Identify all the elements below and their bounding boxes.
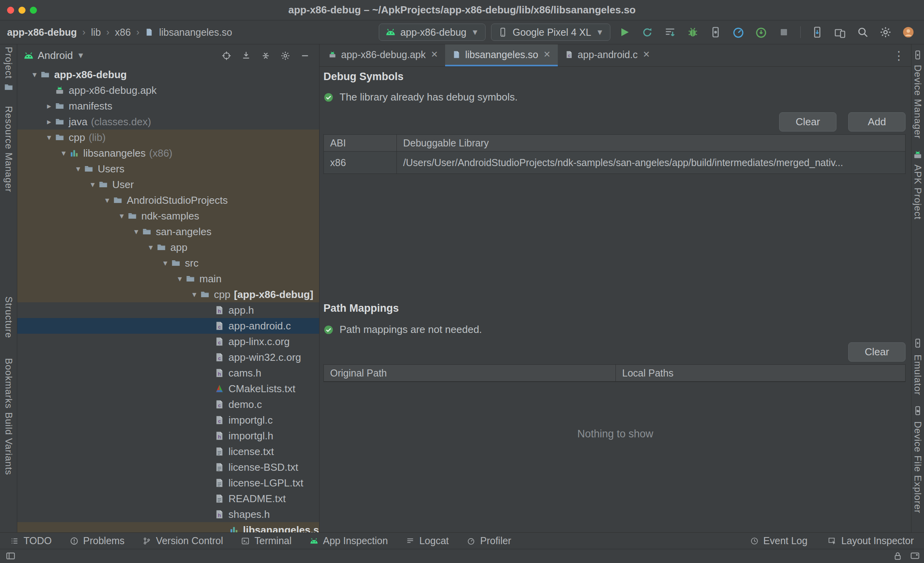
chevron-right-icon[interactable]: ▸ [44, 101, 55, 111]
project-tool-icon[interactable] [4, 82, 14, 92]
table-row[interactable]: x86 /Users/User/AndroidStudioProjects/nd… [324, 152, 905, 174]
toolwindow-button-terminal[interactable]: Terminal [241, 535, 291, 547]
hide-panel-button[interactable] [297, 48, 313, 64]
apk-icon[interactable] [913, 150, 923, 160]
tree-item-cams-h[interactable]: hcams.h [17, 365, 319, 381]
run-button[interactable] [616, 24, 633, 41]
toolwindow-button-layout-inspector[interactable]: Layout Inspector [828, 535, 914, 547]
sidebar-item-apk-project[interactable]: APK Project [912, 165, 923, 219]
tree-item-libsanangeles-so[interactable]: libsanangeles.so [17, 522, 319, 532]
avatar[interactable] [900, 24, 917, 41]
sidebar-item-build-variants[interactable]: Build Variants [3, 412, 14, 475]
tree-item-importgl-c[interactable]: cimportgl.c [17, 412, 319, 428]
tree-item-demo-c[interactable]: cdemo.c [17, 397, 319, 412]
tool-window-toggle-icon[interactable] [5, 551, 16, 561]
minimize-window-button[interactable] [18, 7, 26, 14]
run-configuration-select[interactable]: app-x86-debug ▼ [379, 24, 486, 41]
tab-libsanangeles-so[interactable]: libsanangeles.so ✕ [445, 44, 558, 66]
breadcrumb-file[interactable]: libsanangeles.so [159, 27, 232, 38]
tree-item-importgl-h[interactable]: himportgl.h [17, 428, 319, 444]
notifications-icon[interactable] [910, 551, 920, 561]
clear-debug-symbols-button[interactable]: Clear [779, 112, 836, 132]
sidebar-item-resource-manager[interactable]: Resource Manager [3, 106, 14, 192]
tree-item-readme-txt[interactable]: README.txt [17, 491, 319, 506]
zoom-window-button[interactable] [30, 7, 37, 14]
close-icon[interactable]: ✕ [643, 49, 650, 60]
tree-item-app-android-c[interactable]: capp-android.c [17, 318, 319, 334]
stop-button[interactable] [775, 24, 793, 41]
chevron-down-icon[interactable]: ▾ [174, 274, 185, 283]
tree-item-manifests[interactable]: ▸manifests [17, 98, 319, 114]
toolwindow-button-todo[interactable]: TODO [10, 535, 52, 547]
breadcrumb-lib[interactable]: lib [91, 27, 101, 38]
toolwindow-button-logcat[interactable]: Logcat [406, 535, 449, 547]
chevron-down-icon[interactable]: ▾ [29, 70, 40, 79]
lock-icon[interactable] [893, 551, 903, 561]
toolwindow-button-event-log[interactable]: Event Log [750, 535, 808, 547]
tree-item-ndk-samples[interactable]: ▾ndk-samples [17, 208, 319, 224]
tree-item-user[interactable]: ▾User [17, 177, 319, 192]
tree-item-app-h[interactable]: happ.h [17, 302, 319, 318]
debug-button[interactable] [684, 24, 701, 41]
expand-all-button[interactable] [238, 48, 254, 64]
close-icon[interactable]: ✕ [431, 49, 438, 60]
toolwindow-button-profiler[interactable]: Profiler [467, 535, 511, 547]
tree-item-app-x86-debug[interactable]: ▾app-x86-debug [17, 67, 319, 82]
device-manager-button[interactable] [831, 24, 849, 41]
breadcrumb-project[interactable]: app-x86-debug [7, 27, 77, 38]
tree-item-cmakelists-txt[interactable]: CMakeLists.txt [17, 381, 319, 397]
chevron-down-icon[interactable]: ▾ [87, 180, 98, 189]
device-manager-icon[interactable] [913, 50, 923, 60]
project-view-selector[interactable]: Android [38, 49, 73, 62]
tree-item-cpp[interactable]: ▾cpp(lib) [17, 130, 319, 145]
tree-item-app-x86-debug-apk[interactable]: app-x86-debug.apk [17, 82, 319, 98]
profile-button[interactable] [730, 24, 747, 41]
device-mirror-button[interactable] [809, 24, 826, 41]
toolwindow-button-version-control[interactable]: Version Control [142, 535, 223, 547]
tab-options-button[interactable]: ⋮ [887, 44, 911, 66]
tree-item-java[interactable]: ▸java(classes.dex) [17, 114, 319, 130]
attach-debugger-button[interactable] [707, 24, 724, 41]
sidebar-item-bookmarks[interactable]: Bookmarks [3, 358, 14, 409]
tree-item-main[interactable]: ▾main [17, 271, 319, 287]
tree-item-src[interactable]: ▾src [17, 255, 319, 271]
toolwindow-button-problems[interactable]: Problems [70, 535, 125, 547]
apply-changes-button[interactable] [639, 24, 656, 41]
chevron-right-icon[interactable]: ▸ [44, 117, 55, 126]
close-icon[interactable]: ✕ [543, 49, 550, 60]
chevron-down-icon[interactable]: ▾ [58, 148, 69, 158]
chevron-down-icon[interactable]: ▾ [131, 227, 142, 236]
tree-item-app[interactable]: ▾app [17, 239, 319, 255]
tree-item-shapes-h[interactable]: hshapes.h [17, 506, 319, 522]
clear-path-mappings-button[interactable]: Clear [848, 342, 906, 362]
chevron-down-icon[interactable]: ▾ [160, 258, 171, 268]
panel-settings-button[interactable] [278, 48, 293, 64]
tab-app-x86-debug-apk[interactable]: app-x86-debug.apk ✕ [321, 44, 445, 66]
collapse-all-button[interactable] [258, 48, 274, 64]
apply-code-changes-button[interactable] [661, 24, 679, 41]
tree-item-libsanangeles[interactable]: ▾libsanangeles(x86) [17, 145, 319, 161]
search-everywhere-button[interactable] [854, 24, 871, 41]
chevron-down-icon[interactable]: ▾ [145, 243, 156, 252]
locate-file-button[interactable] [219, 48, 234, 64]
close-window-button[interactable] [7, 7, 14, 14]
tree-item-app-linx-c-org[interactable]: capp-linx.c.org [17, 334, 319, 349]
chevron-down-icon[interactable]: ▾ [102, 196, 113, 205]
chevron-down-icon[interactable]: ▾ [44, 133, 55, 142]
sidebar-item-device-manager[interactable]: Device Manager [912, 65, 923, 139]
tree-item-cpp[interactable]: ▾cpp[app-x86-debug] [17, 287, 319, 302]
sidebar-item-structure[interactable]: Structure [3, 296, 14, 338]
tree-item-license-bsd-txt[interactable]: license-BSD.txt [17, 459, 319, 475]
tree-item-users[interactable]: ▾Users [17, 161, 319, 177]
emulator-icon[interactable] [913, 338, 923, 348]
toolwindow-button-app-inspection[interactable]: App Inspection [310, 535, 388, 547]
tree-item-license-txt[interactable]: license.txt [17, 444, 319, 459]
tree-item-license-lgpl-txt[interactable]: license-LGPL.txt [17, 475, 319, 491]
chevron-down-icon[interactable]: ▾ [73, 164, 84, 174]
sidebar-item-emulator[interactable]: Emulator [912, 355, 923, 395]
settings-button[interactable] [877, 24, 894, 41]
tree-item-san-angeles[interactable]: ▾san-angeles [17, 224, 319, 239]
sidebar-item-device-file-explorer[interactable]: Device File Explorer [912, 421, 923, 514]
add-debug-symbols-button[interactable]: Add [848, 112, 906, 132]
tab-app-android-c[interactable]: c app-android.c ✕ [558, 44, 657, 66]
